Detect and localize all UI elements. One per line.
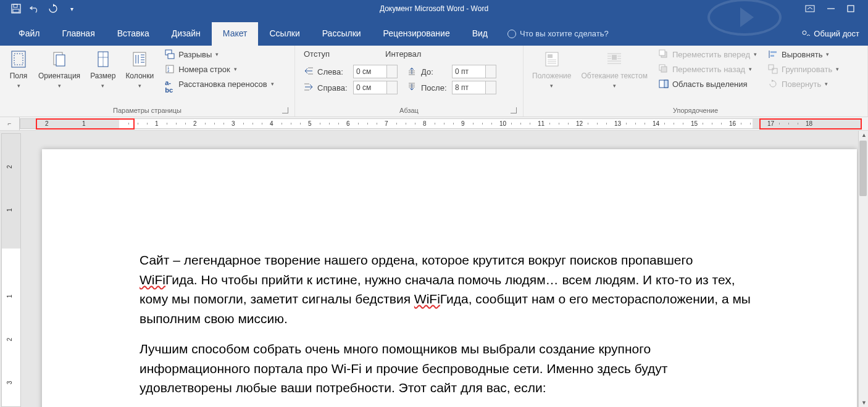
group-label-arrange: Упорядочение bbox=[528, 105, 862, 117]
indent-right-input[interactable]: 0 см▲▼ bbox=[353, 81, 398, 94]
redo-icon[interactable] bbox=[48, 4, 58, 14]
tell-me-search[interactable]: Что вы хотите сделать? bbox=[499, 23, 617, 46]
chevron-down-icon: ▾ bbox=[17, 83, 20, 89]
svg-rect-7 bbox=[12, 51, 25, 67]
vertical-scrollbar[interactable]: ▲ ▼ bbox=[858, 131, 868, 407]
bring-forward-icon bbox=[659, 49, 669, 59]
watermark-icon bbox=[707, 0, 782, 36]
tab-file[interactable]: Файл bbox=[7, 22, 51, 46]
maximize-icon[interactable] bbox=[847, 5, 854, 12]
tab-review[interactable]: Рецензирование bbox=[372, 22, 461, 46]
svg-rect-8 bbox=[14, 54, 23, 65]
chevron-down-icon: ▾ bbox=[101, 83, 104, 89]
chevron-down-icon: ▾ bbox=[271, 81, 274, 87]
svg-rect-50 bbox=[661, 67, 667, 72]
group-icon bbox=[768, 64, 778, 74]
indent-header: Отступ bbox=[304, 49, 330, 59]
svg-rect-35 bbox=[548, 54, 553, 58]
chevron-down-icon: ▾ bbox=[754, 51, 757, 57]
indent-left-input[interactable]: 0 см▲▼ bbox=[353, 65, 398, 78]
window-title: Документ Microsoft Word - Word bbox=[380, 4, 488, 13]
tab-view[interactable]: Вид bbox=[461, 22, 499, 46]
chevron-down-icon: ▾ bbox=[550, 83, 553, 89]
spacing-after-icon bbox=[407, 83, 417, 92]
tab-layout[interactable]: Макет bbox=[212, 22, 259, 46]
spacing-before-icon bbox=[407, 67, 417, 76]
line-numbers-button[interactable]: 12 Номера строк ▾ bbox=[164, 63, 275, 75]
tab-mailings[interactable]: Рассылки bbox=[311, 22, 372, 46]
indent-right-icon bbox=[304, 83, 314, 92]
chevron-down-icon: ▾ bbox=[138, 83, 141, 89]
wrap-text-icon bbox=[604, 49, 624, 69]
svg-rect-2 bbox=[13, 9, 19, 12]
svg-rect-57 bbox=[772, 68, 777, 73]
chevron-down-icon: ▾ bbox=[749, 66, 752, 72]
tab-insert[interactable]: Вставка bbox=[106, 22, 161, 46]
hyphenation-button[interactable]: a-bc Расстановка переносов ▾ bbox=[164, 78, 275, 90]
paragraph[interactable]: Сайт – легендарное творение нашего орден… bbox=[140, 250, 752, 328]
save-icon[interactable] bbox=[11, 4, 21, 14]
align-button[interactable]: Выровнять ▾ bbox=[767, 48, 840, 60]
bring-forward-button[interactable]: Переместить вперед ▾ bbox=[657, 48, 758, 60]
svg-rect-56 bbox=[769, 65, 774, 70]
svg-rect-20 bbox=[168, 54, 174, 59]
svg-rect-5 bbox=[848, 6, 854, 12]
scroll-up-icon[interactable]: ▲ bbox=[861, 132, 867, 138]
svg-rect-1 bbox=[14, 4, 17, 7]
spacing-after-input[interactable]: 8 пт▲▼ bbox=[452, 81, 496, 94]
send-backward-button[interactable]: Переместить назад ▾ bbox=[657, 63, 758, 75]
svg-rect-46 bbox=[612, 55, 617, 60]
tab-references[interactable]: Ссылки bbox=[258, 22, 311, 46]
rotate-button[interactable]: Повернуть ▾ bbox=[767, 78, 840, 90]
vertical-ruler[interactable]: 2 1 1 2 3 bbox=[1, 133, 21, 407]
scroll-down-icon[interactable]: ▼ bbox=[861, 400, 867, 406]
margins-button[interactable]: Поля ▾ bbox=[5, 47, 32, 92]
breaks-icon bbox=[165, 49, 175, 59]
tab-selector[interactable]: ⌐ bbox=[0, 117, 20, 130]
qat-dropdown-icon[interactable]: ▾ bbox=[67, 4, 77, 14]
chevron-down-icon: ▾ bbox=[234, 66, 237, 72]
svg-rect-55 bbox=[770, 55, 774, 57]
undo-icon[interactable] bbox=[30, 4, 40, 14]
chevron-down-icon: ▾ bbox=[58, 83, 61, 89]
minimize-icon[interactable] bbox=[827, 5, 835, 12]
tab-design[interactable]: Дизайн bbox=[161, 22, 212, 46]
tab-home[interactable]: Главная bbox=[51, 22, 106, 46]
align-icon bbox=[768, 49, 778, 59]
line-numbers-icon: 12 bbox=[165, 64, 175, 74]
svg-rect-3 bbox=[806, 6, 814, 12]
position-icon bbox=[542, 49, 562, 69]
position-button[interactable]: Положение ▾ bbox=[528, 47, 575, 92]
svg-point-6 bbox=[803, 31, 806, 35]
size-button[interactable]: Размер ▾ bbox=[86, 47, 119, 92]
lightbulb-icon bbox=[507, 30, 516, 38]
wrap-text-button[interactable]: Обтекание текстом ▾ bbox=[577, 47, 651, 92]
dialog-launcher-icon[interactable] bbox=[282, 107, 288, 113]
svg-rect-52 bbox=[664, 80, 668, 88]
breaks-button[interactable]: Разрывы ▾ bbox=[164, 48, 275, 60]
spacing-before-input[interactable]: 0 пт▲▼ bbox=[452, 65, 496, 78]
ribbon-display-icon[interactable] bbox=[805, 5, 815, 12]
document-page[interactable]: Сайт – легендарное творение нашего орден… bbox=[42, 149, 857, 407]
send-backward-icon bbox=[659, 64, 669, 74]
svg-rect-10 bbox=[56, 55, 65, 66]
svg-rect-12 bbox=[133, 52, 146, 66]
share-button[interactable]: Общий дост bbox=[793, 23, 868, 46]
margins-icon bbox=[9, 49, 28, 69]
orientation-icon bbox=[49, 49, 69, 69]
group-button[interactable]: Группировать ▾ bbox=[767, 63, 840, 75]
paragraph[interactable]: Лучшим способом собрать очень много помо… bbox=[140, 339, 752, 398]
orientation-button[interactable]: Ориентация ▾ bbox=[35, 47, 84, 92]
selection-pane-button[interactable]: Область выделения bbox=[657, 78, 758, 90]
chevron-down-icon: ▾ bbox=[825, 81, 828, 87]
hyphenation-icon: a-bc bbox=[165, 79, 175, 89]
rotate-icon bbox=[768, 79, 778, 89]
chevron-down-icon: ▾ bbox=[613, 83, 616, 89]
dialog-launcher-icon[interactable] bbox=[511, 107, 517, 113]
horizontal-ruler[interactable]: 21123456789101112131415161718 bbox=[20, 118, 862, 129]
scroll-thumb[interactable] bbox=[859, 141, 867, 196]
svg-rect-48 bbox=[659, 50, 665, 56]
columns-button[interactable]: Колонки ▾ bbox=[122, 47, 157, 92]
chevron-down-icon: ▾ bbox=[215, 51, 219, 57]
group-label-page-setup: Параметры страницы bbox=[5, 105, 290, 117]
